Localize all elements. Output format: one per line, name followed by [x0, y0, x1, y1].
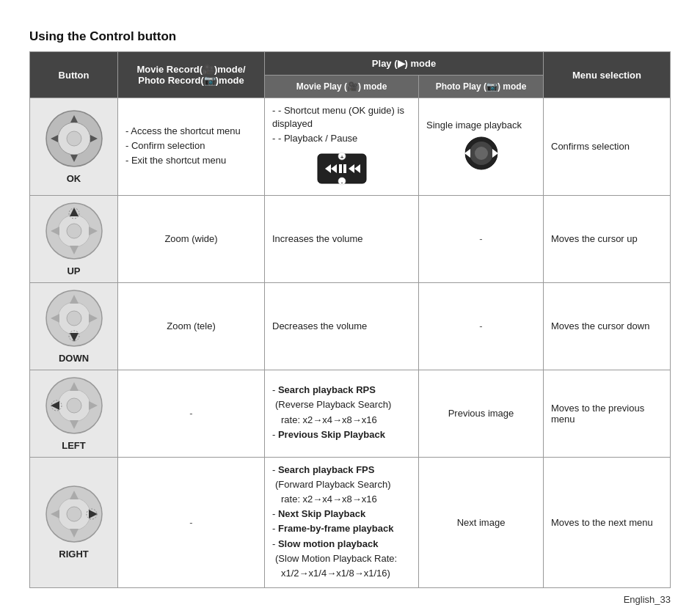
col-photo-play: Photo Play (📷) mode — [419, 76, 544, 98]
svg-point-27 — [67, 224, 81, 238]
svg-point-2 — [67, 131, 81, 146]
right-label: RIGHT — [37, 549, 110, 560]
left-movie-record: - — [118, 370, 265, 457]
ok-mr-item3: Exit the shortcut menu — [125, 154, 257, 167]
down-label: DOWN — [37, 353, 110, 364]
svg-rect-15 — [343, 164, 346, 173]
table-row: UP Zoom (wide) Increases the volume - Mo… — [30, 195, 671, 282]
up-movie-play: Increases the volume — [265, 195, 419, 282]
svg-rect-22 — [463, 149, 465, 158]
svg-point-51 — [67, 507, 81, 521]
footer: English_33 — [29, 594, 671, 605]
col-play-mode: Play (▶) mode — [265, 52, 544, 76]
right-mp-item4: Next Skip Playback — [272, 507, 411, 521]
right-movie-record: - — [118, 457, 265, 588]
right-mp-item1: Search playback FPS — [272, 463, 411, 477]
ok-movie-play-icon: + - — [272, 150, 411, 189]
table-row: LEFT - Search playback RPS (Reverse Play… — [30, 370, 671, 457]
up-photo-play: - — [419, 195, 544, 282]
right-movie-play: Search playback FPS (Forward Playback Se… — [265, 457, 419, 588]
right-mp-item6: Slow motion playback — [272, 538, 411, 551]
svg-text:-: - — [340, 179, 343, 186]
down-button-icon — [45, 289, 103, 348]
ok-photo-play-icon — [426, 135, 536, 174]
ok-button-cell: OK — [30, 98, 118, 196]
ok-movie-play: - Shortcut menu (OK guide) is displayed … — [265, 98, 419, 196]
right-mp-item3: rate: x2→x4→x8→x16 — [272, 493, 411, 506]
control-button-table: Button Movie Record(🎥)mode/Photo Record(… — [29, 51, 671, 588]
left-mp-item1: Search playback RPS — [272, 384, 411, 397]
page-title: Using the Control button — [29, 29, 671, 44]
right-mp-item2: (Forward Playback Search) — [272, 478, 411, 491]
table-row: DOWN Zoom (tele) Decreases the volume - … — [30, 282, 671, 370]
ok-label: OK — [37, 173, 110, 184]
right-button-icon — [45, 485, 103, 543]
down-photo-play: - — [419, 282, 544, 370]
ok-mr-item2: Confirm selection — [125, 139, 257, 153]
left-photo-play: Previous image — [419, 370, 544, 457]
left-button-icon — [45, 376, 103, 435]
right-mp-item5: Frame-by-frame playback — [272, 522, 411, 535]
svg-text:+: + — [340, 154, 343, 161]
ok-mr-item1: Access the shortcut menu — [125, 125, 257, 138]
ok-mp-item1: - Shortcut menu (OK guide) is displayed — [272, 104, 411, 131]
ok-mp-item2: - Playback / Pause — [272, 132, 411, 145]
left-movie-play: Search playback RPS (Reverse Playback Se… — [265, 370, 419, 457]
svg-point-43 — [67, 398, 81, 413]
right-mp-item7: (Slow Motion Playback Rate: — [272, 552, 411, 565]
down-button-cell: DOWN — [30, 282, 118, 370]
left-mp-item3: rate: x2→x4→x8→x16 — [272, 414, 411, 427]
ok-photo-play: Single image playback — [419, 98, 544, 196]
ok-button-icon — [45, 109, 103, 168]
right-menu-selection: Moves to the next menu — [544, 457, 671, 588]
down-menu-selection: Moves the cursor down — [544, 282, 671, 370]
table-row: RIGHT - Search playback FPS (Forward Pla… — [30, 457, 671, 588]
ok-menu-selection: Confirms selection — [544, 98, 671, 196]
left-button-cell: LEFT — [30, 370, 118, 457]
table-row: OK Access the shortcut menu Confirm sele… — [30, 98, 671, 196]
down-movie-play: Decreases the volume — [265, 282, 419, 370]
col-movie-record: Movie Record(🎥)mode/Photo Record(📷)mode — [118, 52, 265, 98]
svg-point-35 — [67, 311, 81, 326]
up-button-cell: UP — [30, 195, 118, 282]
right-photo-play: Next image — [419, 457, 544, 588]
left-mp-item4: Previous Skip Playback — [272, 428, 411, 441]
right-button-cell: RIGHT — [30, 457, 118, 588]
col-button: Button — [30, 52, 118, 98]
left-mp-item2: (Reverse Playback Search) — [272, 398, 411, 411]
up-movie-record: Zoom (wide) — [118, 195, 265, 282]
left-menu-selection: Moves to the previous menu — [544, 370, 671, 457]
col-menu-selection: Menu selection — [544, 52, 671, 98]
col-movie-play: Movie Play (🎥) mode — [265, 76, 419, 98]
svg-point-20 — [475, 147, 488, 160]
right-mp-item8: x1/2→x1/4→x1/8→x1/16) — [272, 567, 411, 580]
svg-rect-24 — [497, 149, 500, 158]
down-movie-record: Zoom (tele) — [118, 282, 265, 370]
left-label: LEFT — [37, 440, 110, 451]
up-button-icon — [45, 202, 103, 260]
up-menu-selection: Moves the cursor up — [544, 195, 671, 282]
up-label: UP — [37, 265, 110, 276]
svg-rect-14 — [339, 164, 342, 173]
ok-movie-record: Access the shortcut menu Confirm selecti… — [118, 98, 265, 196]
